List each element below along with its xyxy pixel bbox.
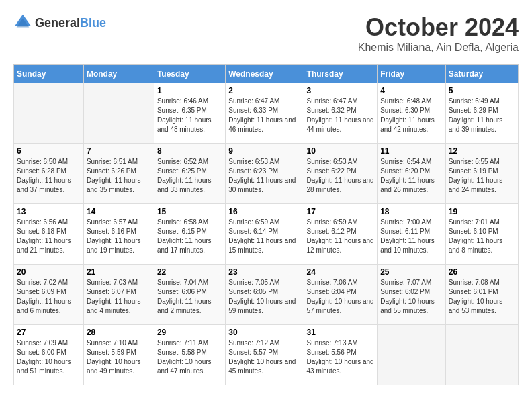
calendar-cell bbox=[378, 325, 446, 385]
calendar-cell: 5Sunrise: 6:49 AMSunset: 6:29 PMDaylight… bbox=[445, 83, 518, 144]
day-number: 19 bbox=[449, 207, 515, 216]
calendar-cell: 27Sunrise: 7:09 AMSunset: 6:00 PMDayligh… bbox=[14, 325, 84, 385]
calendar-cell bbox=[83, 83, 154, 144]
calendar-cell: 9Sunrise: 6:53 AMSunset: 6:23 PMDaylight… bbox=[226, 144, 304, 204]
calendar-cell: 11Sunrise: 6:54 AMSunset: 6:20 PMDayligh… bbox=[378, 144, 446, 204]
calendar-week-3: 20Sunrise: 7:02 AMSunset: 6:09 PMDayligh… bbox=[14, 265, 519, 325]
day-info: Sunrise: 6:46 AMSunset: 6:35 PMDaylight:… bbox=[157, 97, 222, 134]
day-info: Sunrise: 6:48 AMSunset: 6:30 PMDaylight:… bbox=[380, 97, 443, 134]
calendar-cell: 19Sunrise: 7:01 AMSunset: 6:10 PMDayligh… bbox=[445, 204, 518, 265]
day-number: 7 bbox=[87, 146, 151, 156]
day-info: Sunrise: 7:13 AMSunset: 5:56 PMDaylight:… bbox=[307, 338, 375, 376]
calendar-week-0: 1Sunrise: 6:46 AMSunset: 6:35 PMDaylight… bbox=[14, 83, 519, 144]
calendar-cell: 10Sunrise: 6:53 AMSunset: 6:22 PMDayligh… bbox=[304, 144, 378, 204]
calendar-cell: 30Sunrise: 7:12 AMSunset: 5:57 PMDayligh… bbox=[226, 325, 304, 385]
day-info: Sunrise: 7:11 AMSunset: 5:58 PMDaylight:… bbox=[157, 338, 222, 376]
calendar-body: 1Sunrise: 6:46 AMSunset: 6:35 PMDaylight… bbox=[14, 83, 519, 385]
calendar-cell: 24Sunrise: 7:06 AMSunset: 6:04 PMDayligh… bbox=[304, 265, 378, 325]
day-info: Sunrise: 7:12 AMSunset: 5:57 PMDaylight:… bbox=[228, 338, 300, 376]
logo: GeneralBlue bbox=[13, 13, 106, 32]
day-number: 30 bbox=[228, 328, 300, 337]
calendar-cell: 2Sunrise: 6:47 AMSunset: 6:33 PMDaylight… bbox=[226, 83, 304, 144]
day-info: Sunrise: 7:03 AMSunset: 6:07 PMDaylight:… bbox=[87, 278, 151, 316]
logo-icon bbox=[13, 13, 32, 32]
day-number: 1 bbox=[157, 86, 222, 95]
calendar-cell: 23Sunrise: 7:05 AMSunset: 6:05 PMDayligh… bbox=[226, 265, 304, 325]
logo-general-text: General bbox=[35, 16, 80, 30]
day-info: Sunrise: 6:59 AMSunset: 6:12 PMDaylight:… bbox=[307, 218, 375, 255]
calendar-cell: 12Sunrise: 6:55 AMSunset: 6:19 PMDayligh… bbox=[445, 144, 518, 204]
day-number: 28 bbox=[87, 328, 151, 337]
calendar-cell: 25Sunrise: 7:07 AMSunset: 6:02 PMDayligh… bbox=[378, 265, 446, 325]
day-info: Sunrise: 6:58 AMSunset: 6:15 PMDaylight:… bbox=[157, 218, 222, 255]
day-info: Sunrise: 6:47 AMSunset: 6:32 PMDaylight:… bbox=[307, 97, 375, 134]
day-info: Sunrise: 6:49 AMSunset: 6:29 PMDaylight:… bbox=[449, 97, 515, 134]
day-info: Sunrise: 7:09 AMSunset: 6:00 PMDaylight:… bbox=[17, 338, 81, 376]
day-number: 11 bbox=[380, 146, 443, 156]
day-number: 14 bbox=[87, 207, 151, 216]
day-info: Sunrise: 6:54 AMSunset: 6:20 PMDaylight:… bbox=[380, 157, 443, 195]
header-friday: Friday bbox=[378, 65, 446, 83]
calendar-cell: 3Sunrise: 6:47 AMSunset: 6:32 PMDaylight… bbox=[304, 83, 378, 144]
logo-blue-text: Blue bbox=[80, 16, 106, 30]
calendar-table: Sunday Monday Tuesday Wednesday Thursday… bbox=[13, 64, 519, 385]
header-wednesday: Wednesday bbox=[226, 65, 304, 83]
day-number: 5 bbox=[449, 86, 515, 95]
day-number: 27 bbox=[17, 328, 81, 337]
calendar-cell: 31Sunrise: 7:13 AMSunset: 5:56 PMDayligh… bbox=[304, 325, 378, 385]
day-number: 24 bbox=[307, 267, 375, 277]
calendar-cell: 29Sunrise: 7:11 AMSunset: 5:58 PMDayligh… bbox=[154, 325, 225, 385]
header-saturday: Saturday bbox=[445, 65, 518, 83]
header-tuesday: Tuesday bbox=[154, 65, 225, 83]
header-thursday: Thursday bbox=[304, 65, 378, 83]
calendar-cell: 17Sunrise: 6:59 AMSunset: 6:12 PMDayligh… bbox=[304, 204, 378, 265]
day-number: 9 bbox=[228, 146, 300, 156]
day-number: 13 bbox=[17, 207, 81, 216]
day-number: 17 bbox=[307, 207, 375, 216]
day-number: 2 bbox=[228, 86, 300, 95]
calendar-cell: 18Sunrise: 7:00 AMSunset: 6:11 PMDayligh… bbox=[378, 204, 446, 265]
day-info: Sunrise: 7:05 AMSunset: 6:05 PMDaylight:… bbox=[228, 278, 300, 316]
day-info: Sunrise: 6:51 AMSunset: 6:26 PMDaylight:… bbox=[87, 157, 151, 195]
day-info: Sunrise: 6:53 AMSunset: 6:22 PMDaylight:… bbox=[307, 157, 375, 195]
day-info: Sunrise: 6:52 AMSunset: 6:25 PMDaylight:… bbox=[157, 157, 222, 195]
day-number: 10 bbox=[307, 146, 375, 156]
calendar-header: Sunday Monday Tuesday Wednesday Thursday… bbox=[14, 65, 519, 83]
calendar-week-2: 13Sunrise: 6:56 AMSunset: 6:18 PMDayligh… bbox=[14, 204, 519, 265]
day-info: Sunrise: 6:55 AMSunset: 6:19 PMDaylight:… bbox=[449, 157, 515, 195]
day-number: 16 bbox=[228, 207, 300, 216]
day-number: 8 bbox=[157, 146, 222, 156]
day-info: Sunrise: 7:04 AMSunset: 6:06 PMDaylight:… bbox=[157, 278, 222, 316]
location-title: Khemis Miliana, Ain Defla, Algeria bbox=[358, 42, 519, 54]
page-header: GeneralBlue October 2024 Khemis Miliana,… bbox=[13, 13, 519, 54]
day-number: 18 bbox=[380, 207, 443, 216]
calendar-cell: 8Sunrise: 6:52 AMSunset: 6:25 PMDaylight… bbox=[154, 144, 225, 204]
calendar-cell: 4Sunrise: 6:48 AMSunset: 6:30 PMDaylight… bbox=[378, 83, 446, 144]
day-info: Sunrise: 6:59 AMSunset: 6:14 PMDaylight:… bbox=[228, 218, 300, 255]
day-number: 31 bbox=[307, 328, 375, 337]
calendar-cell bbox=[445, 325, 518, 385]
day-info: Sunrise: 7:06 AMSunset: 6:04 PMDaylight:… bbox=[307, 278, 375, 316]
calendar-cell: 20Sunrise: 7:02 AMSunset: 6:09 PMDayligh… bbox=[14, 265, 84, 325]
header-monday: Monday bbox=[83, 65, 154, 83]
day-number: 20 bbox=[17, 267, 81, 277]
day-info: Sunrise: 7:10 AMSunset: 5:59 PMDaylight:… bbox=[87, 338, 151, 376]
day-info: Sunrise: 6:47 AMSunset: 6:33 PMDaylight:… bbox=[228, 97, 300, 134]
day-number: 12 bbox=[449, 146, 515, 156]
calendar-cell: 26Sunrise: 7:08 AMSunset: 6:01 PMDayligh… bbox=[445, 265, 518, 325]
day-number: 23 bbox=[228, 267, 300, 277]
header-sunday: Sunday bbox=[14, 65, 84, 83]
calendar-week-1: 6Sunrise: 6:50 AMSunset: 6:28 PMDaylight… bbox=[14, 144, 519, 204]
calendar-cell bbox=[14, 83, 84, 144]
day-number: 6 bbox=[17, 146, 81, 156]
day-number: 15 bbox=[157, 207, 222, 216]
calendar-cell: 1Sunrise: 6:46 AMSunset: 6:35 PMDaylight… bbox=[154, 83, 225, 144]
day-info: Sunrise: 7:01 AMSunset: 6:10 PMDaylight:… bbox=[449, 218, 515, 255]
day-number: 21 bbox=[87, 267, 151, 277]
day-info: Sunrise: 7:08 AMSunset: 6:01 PMDaylight:… bbox=[449, 278, 515, 316]
day-number: 25 bbox=[380, 267, 443, 277]
day-info: Sunrise: 6:57 AMSunset: 6:16 PMDaylight:… bbox=[87, 218, 151, 255]
day-number: 26 bbox=[449, 267, 515, 277]
calendar-cell: 22Sunrise: 7:04 AMSunset: 6:06 PMDayligh… bbox=[154, 265, 225, 325]
calendar-cell: 21Sunrise: 7:03 AMSunset: 6:07 PMDayligh… bbox=[83, 265, 154, 325]
